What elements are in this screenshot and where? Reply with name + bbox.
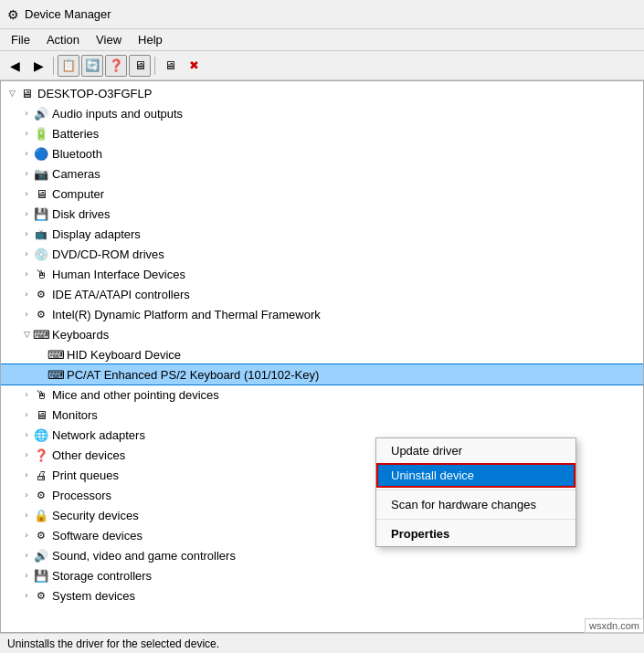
sound-label: Sound, video and game controllers (52, 549, 236, 563)
processors-icon: ⚙ (34, 488, 48, 502)
sound-expand: › (19, 548, 34, 563)
mice-expand: › (19, 387, 34, 402)
status-bar: Uninstalls the driver for the selected d… (0, 633, 644, 653)
toolbar-sep-2 (154, 57, 155, 75)
other-icon: ❓ (34, 448, 48, 462)
tree-item-dvd[interactable]: › 💿 DVD/CD-ROM drives (1, 244, 643, 264)
tree-item-system[interactable]: › ⚙ System devices (1, 585, 643, 606)
status-text: Uninstalls the driver for the selected d… (7, 637, 219, 650)
software-label: Software devices (52, 529, 143, 542)
tree-item-storage[interactable]: › 💾 Storage controllers (1, 565, 643, 585)
tree-item-hid-keyboard[interactable]: › ⌨ HID Keyboard Device (1, 344, 643, 364)
tree-item-intel[interactable]: › ⚙ Intel(R) Dynamic Platform and Therma… (1, 304, 643, 324)
title-bar: ⚙ Device Manager (0, 0, 644, 29)
system-expand: › (19, 588, 34, 603)
batteries-icon: 🔋 (34, 126, 48, 141)
system-label: System devices (52, 589, 135, 603)
title-icon: ⚙ (7, 7, 19, 22)
window-title: Device Manager (25, 7, 111, 21)
disk-expand: › (19, 206, 34, 221)
toolbar-sep-1 (53, 57, 54, 75)
cameras-label: Cameras (52, 167, 100, 181)
ps2-keyboard-label: PC/AT Enhanced PS/2 Keyboard (101/102-Ke… (67, 368, 319, 382)
tree-item-keyboards[interactable]: ▽ ⌨ Keyboards (1, 324, 643, 344)
menu-file[interactable]: File (4, 31, 37, 48)
intel-expand: › (19, 307, 34, 321)
tree-item-computer[interactable]: › 🖥 Computer (1, 184, 643, 204)
tree-item-sound[interactable]: › 🔊 Sound, video and game controllers (1, 545, 643, 565)
network-icon: 🌐 (34, 427, 48, 442)
mice-label: Mice and other pointing devices (52, 388, 219, 402)
storage-icon: 💾 (34, 568, 48, 583)
context-separator-2 (376, 519, 575, 520)
help-button[interactable]: ❓ (105, 55, 127, 77)
properties-button[interactable]: 📋 (58, 55, 79, 77)
back-button[interactable]: ◀ (4, 55, 26, 77)
context-menu: Update driver Uninstall device Scan for … (375, 437, 576, 547)
context-properties[interactable]: Properties (376, 521, 575, 546)
other-label: Other devices (52, 448, 125, 462)
cameras-expand: › (19, 166, 34, 181)
tree-item-ide[interactable]: › ⚙ IDE ATA/ATAPI controllers (1, 284, 643, 304)
sound-icon: 🔊 (34, 548, 48, 563)
monitors-expand: › (19, 407, 34, 422)
keyboards-label: Keyboards (52, 328, 109, 342)
audio-label: Audio inputs and outputs (52, 107, 183, 121)
ide-icon: ⚙ (34, 287, 48, 301)
menu-view[interactable]: View (89, 31, 129, 48)
context-update-driver[interactable]: Update driver (376, 438, 575, 463)
tree-item-bluetooth[interactable]: › 🔵 Bluetooth (1, 143, 643, 163)
other-expand: › (19, 448, 34, 462)
context-scan-hardware[interactable]: Scan for hardware changes (376, 492, 575, 517)
storage-expand: › (19, 568, 34, 583)
toolbar: ◀ ▶ 📋 🔄 ❓ 🖥 🖥 ✖ (0, 51, 644, 80)
context-uninstall-device[interactable]: Uninstall device (376, 463, 575, 488)
mice-icon: 🖱 (34, 387, 48, 402)
security-label: Security devices (52, 509, 139, 522)
forward-button[interactable]: ▶ (27, 55, 49, 77)
tree-item-ps2-keyboard[interactable]: › ⌨ PC/AT Enhanced PS/2 Keyboard (101/10… (1, 364, 643, 384)
tree-item-audio[interactable]: › 🔊 Audio inputs and outputs (1, 103, 643, 123)
device-tree: ▽ 🖥 DESKTOP-O3FGFLP › 🔊 Audio inputs and… (0, 80, 644, 633)
menu-action[interactable]: Action (39, 31, 87, 48)
root-label: DESKTOP-O3FGFLP (37, 87, 152, 100)
tree-item-hid[interactable]: › 🖱 Human Interface Devices (1, 264, 643, 284)
display-icon: 📺 (34, 226, 48, 241)
monitors-icon: 🖥 (34, 407, 48, 422)
dvd-label: DVD/CD-ROM drives (52, 248, 164, 261)
security-expand: › (19, 508, 34, 522)
uninstall-button[interactable]: 🖥 (159, 55, 181, 77)
network-label: Network adapters (52, 428, 145, 442)
computer-expand: › (19, 186, 34, 201)
delete-button[interactable]: ✖ (183, 55, 205, 77)
display-button[interactable]: 🖥 (129, 55, 151, 77)
tree-root[interactable]: ▽ 🖥 DESKTOP-O3FGFLP (1, 83, 643, 103)
tree-item-monitors[interactable]: › 🖥 Monitors (1, 405, 643, 425)
menu-bar: File Action View Help (0, 29, 644, 51)
bluetooth-icon: 🔵 (34, 146, 48, 161)
ide-label: IDE ATA/ATAPI controllers (52, 288, 190, 301)
ide-expand: › (19, 287, 34, 301)
hid-label: Human Interface Devices (52, 268, 185, 281)
intel-label: Intel(R) Dynamic Platform and Thermal Fr… (52, 308, 321, 321)
keyboards-icon: ⌨ (34, 327, 48, 342)
network-expand: › (19, 427, 34, 442)
tree-item-cameras[interactable]: › 📷 Cameras (1, 163, 643, 184)
software-icon: ⚙ (34, 528, 48, 542)
hid-expand: › (19, 267, 34, 281)
display-expand: › (19, 226, 34, 241)
tree-item-batteries[interactable]: › 🔋 Batteries (1, 123, 643, 143)
menu-help[interactable]: Help (131, 31, 170, 48)
computer-label: Computer (52, 187, 104, 201)
tree-item-mice[interactable]: › 🖱 Mice and other pointing devices (1, 384, 643, 405)
bluetooth-label: Bluetooth (52, 147, 102, 161)
print-label: Print queues (52, 469, 119, 482)
intel-icon: ⚙ (34, 307, 48, 321)
tree-item-disk[interactable]: › 💾 Disk drives (1, 204, 643, 224)
update-driver-button[interactable]: 🔄 (81, 55, 103, 77)
batteries-label: Batteries (52, 127, 99, 141)
display-label: Display adapters (52, 227, 141, 241)
print-expand: › (19, 468, 34, 482)
tree-item-display[interactable]: › 📺 Display adapters (1, 224, 643, 244)
root-expand-icon: ▽ (5, 86, 19, 100)
